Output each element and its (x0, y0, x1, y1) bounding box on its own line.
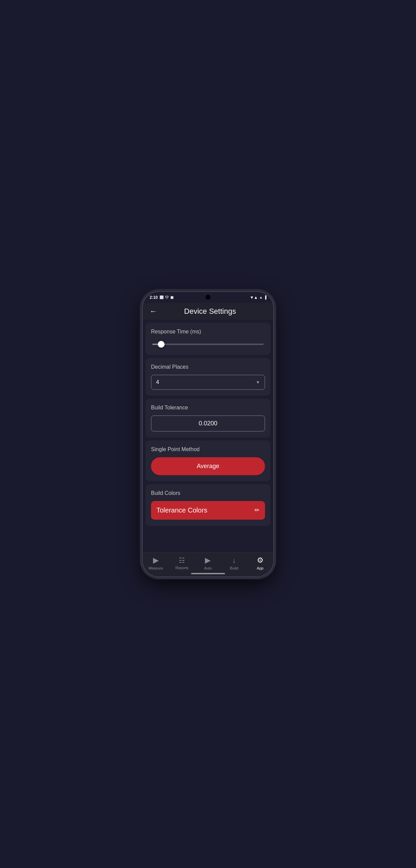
single-point-method-label: Single Point Method (151, 446, 265, 452)
decimal-places-section: Decimal Places 4 ▼ (146, 358, 270, 396)
slider-thumb[interactable] (158, 341, 165, 348)
sim-icon: ▣ (170, 295, 173, 299)
build-icon: ↓ (232, 556, 236, 565)
nav-item-reports[interactable]: ☷ Reports (169, 556, 195, 570)
reports-icon: ☷ (179, 556, 185, 564)
tolerance-colors-button[interactable]: Tolerance Colors ✏ (151, 501, 265, 520)
nav-label-reports: Reports (175, 566, 189, 570)
status-time: 2:10 (150, 295, 158, 300)
build-colors-section: Build Colors Tolerance Colors ✏ (146, 484, 270, 526)
screen-icon: ⬜ (159, 295, 164, 299)
nav-label-build: Build (230, 566, 238, 570)
auto-icon: ▶ (205, 556, 211, 565)
nav-label-measure: Measure (149, 566, 163, 570)
header: ← Device Settings (143, 303, 273, 320)
build-colors-label: Build Colors (151, 490, 265, 496)
average-button[interactable]: Average (151, 457, 265, 475)
response-time-slider-container[interactable] (151, 340, 265, 349)
measure-icon: ▶ (153, 556, 159, 565)
status-right: ▼▲ ▲ ▐ (250, 295, 266, 300)
nav-item-app[interactable]: ⚙ App (247, 556, 273, 570)
shield-icon: 🛡 (165, 295, 169, 299)
nav-label-app: App (257, 566, 264, 570)
nav-item-measure[interactable]: ▶ Measure (143, 556, 169, 570)
status-time-area: 2:10 ⬜ 🛡 ▣ (150, 295, 173, 300)
nav-item-build[interactable]: ↓ Build (221, 556, 247, 570)
nav-item-auto[interactable]: ▶ Auto (195, 556, 221, 570)
content-area: Response Time (ms) Decimal Places 4 ▼ Bu… (143, 320, 273, 557)
wifi-icon: ▼▲ (250, 295, 258, 300)
home-indicator (191, 573, 225, 574)
battery-icon: ▐ (264, 295, 266, 299)
chevron-down-icon: ▼ (256, 380, 260, 385)
decimal-places-value: 4 (156, 379, 159, 385)
tolerance-colors-label: Tolerance Colors (156, 506, 207, 514)
pencil-icon: ✏ (254, 506, 260, 514)
response-time-section: Response Time (ms) (146, 323, 270, 355)
decimal-places-dropdown[interactable]: 4 ▼ (151, 375, 265, 390)
status-bar: 2:10 ⬜ 🛡 ▣ ▼▲ ▲ ▐ (143, 292, 273, 303)
signal-icon: ▲ (259, 295, 263, 299)
back-button[interactable]: ← (150, 307, 157, 316)
build-tolerance-section: Build Tolerance 0.0200 (146, 399, 270, 438)
response-time-label: Response Time (ms) (151, 329, 265, 335)
build-tolerance-label: Build Tolerance (151, 405, 265, 411)
page-title: Device Settings (164, 307, 266, 316)
slider-track (152, 344, 264, 345)
app-icon: ⚙ (257, 556, 264, 565)
decimal-places-label: Decimal Places (151, 364, 265, 370)
nav-label-auto: Auto (204, 566, 212, 570)
build-tolerance-field[interactable]: 0.0200 (151, 416, 265, 431)
single-point-method-section: Single Point Method Average (146, 440, 270, 481)
camera-notch (206, 295, 210, 300)
phone-frame: 2:10 ⬜ 🛡 ▣ ▼▲ ▲ ▐ ← Device Settings Resp… (142, 291, 274, 577)
